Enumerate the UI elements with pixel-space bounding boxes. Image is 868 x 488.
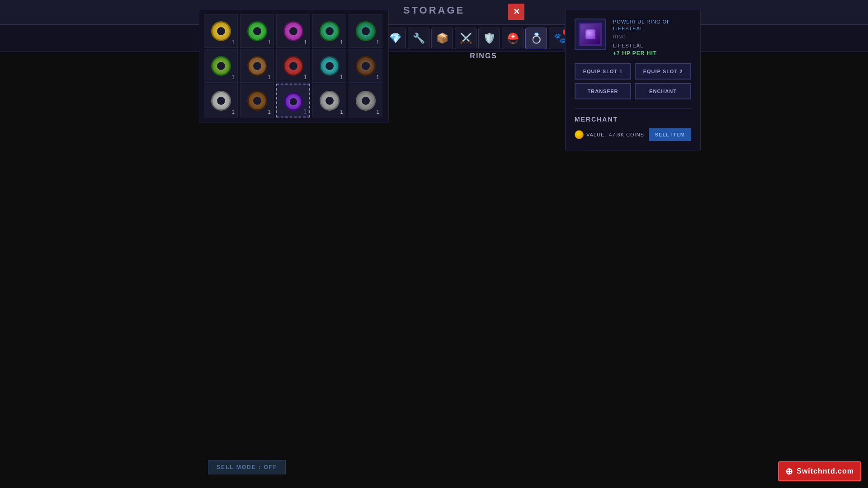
item-count: 1: [340, 74, 343, 80]
tab-chest[interactable]: 📦: [431, 28, 453, 49]
ring-silver3-icon: [356, 91, 376, 111]
item-grid: 1 1 1 1 1 1 1 1: [204, 14, 384, 117]
item-slot[interactable]: 1: [240, 84, 274, 117]
item-preview: POWERFUL RING OF LIFESTEAL RING LIFESTEA…: [575, 19, 691, 56]
ring-silver-icon: [211, 91, 231, 111]
enchant-button[interactable]: ENCHANT: [635, 83, 691, 99]
ring-green-icon: [247, 21, 267, 41]
merchant-section: MERCHANT VALUE: 47.6K COINS SELL ITEM: [575, 108, 691, 141]
tab-armor[interactable]: 🛡️: [478, 28, 500, 49]
sell-mode-button[interactable]: SELL MODE : OFF: [208, 460, 286, 474]
armor-icon: 🛡️: [483, 33, 495, 44]
nintendo-logo-icon: ⊕: [785, 466, 793, 477]
tab-tools[interactable]: 🔧: [408, 28, 429, 49]
item-slot[interactable]: 1: [204, 49, 238, 83]
nav-bar: 590 🧪 📜 💎 🔧 📦 ⚔️ 🛡️ ⛑️ 💍 🐾 !: [0, 25, 868, 52]
item-slot[interactable]: 1: [312, 49, 346, 83]
nintendo-badge: ⊕ Switchntd.com: [778, 461, 861, 481]
header-bar: STORAGE ✕: [0, 0, 868, 25]
equip-slot2-button[interactable]: EQUIP SLOT 2: [635, 63, 691, 80]
ring-brown3-icon: [247, 91, 267, 111]
item-slot[interactable]: 1: [349, 84, 382, 117]
action-buttons: EQUIP SLOT 1 EQUIP SLOT 2 TRANSFER ENCHA…: [575, 63, 691, 99]
switchntd-text: Switchntd.com: [797, 467, 854, 475]
tool-icon: 🔧: [413, 33, 425, 44]
item-slot-selected[interactable]: 1: [276, 84, 310, 117]
storage-title: STORAGE: [403, 5, 465, 16]
item-count: 1: [340, 109, 343, 115]
ring-gem: [585, 29, 595, 39]
ring-brown2-icon: [356, 56, 376, 76]
active-tab-label: RINGS: [470, 52, 497, 60]
item-info: POWERFUL RING OF LIFESTEAL RING LIFESTEA…: [613, 19, 691, 56]
inventory-panel: 1 1 1 1 1 1 1 1: [199, 9, 389, 122]
item-big-icon-container: [575, 19, 606, 50]
ring-red-gem-icon: [283, 56, 303, 76]
item-slot[interactable]: 1: [312, 84, 346, 117]
item-count: 1: [268, 39, 271, 46]
item-slot[interactable]: 1: [349, 14, 382, 48]
item-count: 1: [303, 108, 307, 115]
item-count: 1: [376, 39, 379, 46]
item-slot[interactable]: 1: [240, 14, 274, 48]
effect-label: LIFESTEAL: [613, 43, 691, 48]
item-count: 1: [304, 39, 307, 46]
ring-green3-icon: [356, 21, 376, 41]
equip-slot1-button[interactable]: EQUIP SLOT 1: [575, 63, 631, 80]
ring-purple-gem-icon: [283, 21, 303, 41]
item-count: 1: [268, 74, 271, 80]
item-count: 1: [340, 39, 343, 46]
item-count: 1: [231, 74, 235, 80]
item-count: 1: [231, 109, 235, 115]
item-count: 1: [376, 74, 379, 80]
ring-green2-icon: [320, 21, 340, 41]
transfer-button[interactable]: TRANSFER: [575, 83, 631, 99]
close-button[interactable]: ✕: [508, 4, 524, 20]
tab-helmets[interactable]: ⛑️: [502, 28, 524, 49]
ring-yellow-icon: [211, 21, 231, 41]
item-count: 1: [231, 39, 235, 46]
ring-big-icon: [579, 23, 602, 46]
item-slot[interactable]: 1: [276, 14, 310, 48]
item-slot[interactable]: 1: [204, 84, 238, 117]
item-slot[interactable]: 1: [349, 49, 382, 83]
ring-teal-icon: [320, 56, 340, 76]
ring-green4-icon: [211, 56, 231, 76]
ring-tab-icon: 💍: [530, 33, 542, 44]
item-name: POWERFUL RING OF LIFESTEAL: [613, 19, 691, 33]
item-slot[interactable]: 1: [276, 49, 310, 83]
item-slot[interactable]: 1: [312, 14, 346, 48]
sword-icon: ⚔️: [460, 33, 472, 44]
ring-brown-icon: [247, 56, 267, 76]
item-count: 1: [304, 74, 307, 80]
gem-icon: 💎: [389, 33, 401, 44]
merchant-value-display: VALUE: 47.6K COINS: [575, 130, 644, 139]
item-slot[interactable]: 1: [204, 14, 238, 48]
item-stat: +7 HP PER HIT: [613, 50, 691, 56]
ring-silver2-icon: [320, 91, 340, 111]
merchant-value-label: VALUE:: [586, 132, 606, 137]
item-slot[interactable]: 1: [240, 49, 274, 83]
item-type: RING: [613, 34, 691, 39]
tab-weapons[interactable]: ⚔️: [455, 28, 476, 49]
item-count: 1: [268, 109, 271, 115]
merchant-coin-icon: [575, 130, 584, 139]
sell-item-button[interactable]: SELL ITEM: [649, 128, 691, 141]
merchant-row: VALUE: 47.6K COINS SELL ITEM: [575, 128, 691, 141]
ring-purple-selected-icon: [284, 93, 302, 111]
merchant-title: MERCHANT: [575, 116, 691, 123]
tab-rings[interactable]: 💍: [525, 28, 547, 49]
helmet-icon: ⛑️: [507, 33, 519, 44]
chest-icon: 📦: [436, 33, 448, 44]
item-count: 1: [376, 109, 379, 115]
merchant-value: 47.6K COINS: [609, 132, 644, 137]
detail-panel: POWERFUL RING OF LIFESTEAL RING LIFESTEA…: [565, 9, 701, 150]
